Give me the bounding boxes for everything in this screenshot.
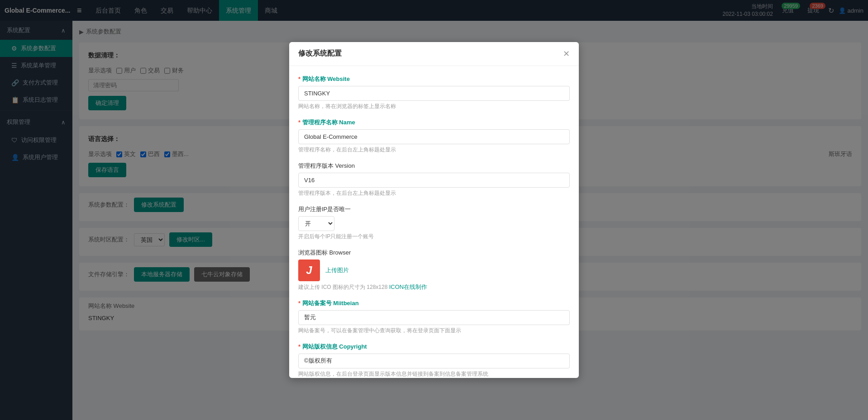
upload-link[interactable]: 上传图片 (325, 266, 349, 274)
browser-icon-hint: 建议上传 ICO 图标的尺寸为 128x128 ICON在线制作 (298, 283, 570, 291)
field-website-name: * 网站名称 Website 网站名称，将在浏览器的标签上显示名称 (298, 75, 570, 110)
field-icp: * 网站备案号 Miitbeian 网站备案号，可以在备案管理中心查询获取，将在… (298, 299, 570, 335)
version-hint: 管理程序版本，在后台左上角标题处显示 (298, 189, 570, 197)
system-config-modal: 修改系统配置 ✕ * 网站名称 Website 网站名称，将在浏览器的标签上显示… (289, 42, 579, 378)
icon-preview: J (298, 260, 320, 281)
field-browser-icon: 浏览器图标 Browser J 上传图片 建议上传 ICO 图标的尺寸为 128… (298, 249, 570, 291)
required-star: * (298, 76, 300, 82)
icon-online-make-link[interactable]: ICON在线制作 (389, 283, 428, 290)
ip-unique-hint: 开启后每个IP只能注册一个账号 (298, 233, 570, 241)
upload-area: J 上传图片 (298, 260, 570, 281)
ip-unique-field-label: 用户注册IP是否唯一 (298, 205, 570, 213)
ip-unique-select[interactable]: 开 关 (298, 216, 334, 231)
copyright-field-label: * 网站版权信息 Copyright (298, 343, 570, 351)
icp-hint: 网站备案号，可以在备案管理中心查询获取，将在登录页面下面显示 (298, 327, 570, 335)
icp-field-label: * 网站备案号 Miitbeian (298, 299, 570, 307)
modal-body: * 网站名称 Website 网站名称，将在浏览器的标签上显示名称 * 管理程序… (289, 66, 579, 378)
modal-header: 修改系统配置 ✕ (289, 42, 579, 66)
version-field-input[interactable] (298, 173, 570, 188)
copyright-hint: 网站版权信息，在后台登录页面显示版本信息并链接到备案到信息备案管理系统 (298, 370, 570, 378)
admin-name-field-input[interactable] (298, 129, 570, 144)
field-version: 管理程序版本 Version 管理程序版本，在后台左上角标题处显示 (298, 162, 570, 197)
modal-title: 修改系统配置 (298, 49, 342, 58)
modal-overlay[interactable]: 修改系统配置 ✕ * 网站名称 Website 网站名称，将在浏览器的标签上显示… (0, 0, 868, 420)
icp-field-input[interactable] (298, 310, 570, 325)
admin-name-field-label: * 管理程序名称 Name (298, 118, 570, 127)
required-star4: * (298, 343, 300, 350)
website-name-field-label: * 网站名称 Website (298, 75, 570, 83)
required-star2: * (298, 119, 300, 126)
browser-icon-field-label: 浏览器图标 Browser (298, 249, 570, 257)
copyright-field-input[interactable] (298, 354, 570, 368)
required-star3: * (298, 300, 300, 307)
field-copyright: * 网站版权信息 Copyright 网站版权信息，在后台登录页面显示版本信息并… (298, 343, 570, 378)
field-ip-unique: 用户注册IP是否唯一 开 关 开启后每个IP只能注册一个账号 (298, 205, 570, 241)
version-field-label: 管理程序版本 Version (298, 162, 570, 170)
modal-close-btn[interactable]: ✕ (563, 49, 570, 59)
field-admin-name: * 管理程序名称 Name 管理程序名称，在后台左上角标题处显示 (298, 118, 570, 154)
admin-name-hint: 管理程序名称，在后台左上角标题处显示 (298, 146, 570, 154)
website-name-field-input[interactable] (298, 86, 570, 101)
website-name-hint: 网站名称，将在浏览器的标签上显示名称 (298, 103, 570, 110)
